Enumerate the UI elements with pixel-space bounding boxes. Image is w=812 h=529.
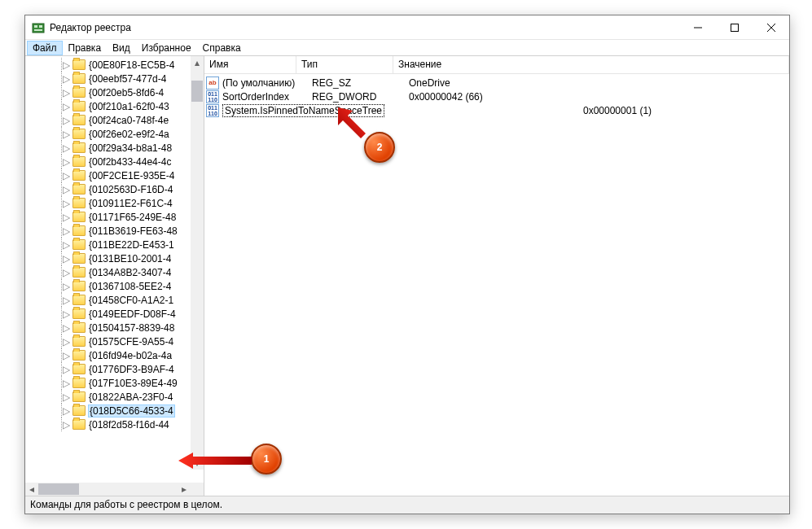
expand-icon[interactable]: ▷ <box>61 323 71 333</box>
expand-icon[interactable]: ▷ <box>61 60 71 70</box>
tree-item[interactable]: ▷{011BE22D-E453-1 <box>25 238 191 251</box>
expand-icon[interactable]: ▷ <box>61 185 71 195</box>
expand-icon[interactable]: ▷ <box>61 171 71 181</box>
expand-icon[interactable]: ▷ <box>61 74 71 84</box>
tree-item[interactable]: ▷{01776DF3-B9AF-4 <box>25 362 191 376</box>
column-value[interactable]: Значение <box>393 56 789 73</box>
tree-item[interactable]: ▷{01575CFE-9A55-4 <box>25 334 191 348</box>
tree-vertical-scrollbar[interactable]: ▴ ▾ <box>191 56 204 470</box>
tree-item-label: {00E80F18-EC5B-4 <box>89 59 174 71</box>
value-row[interactable]: 011110System.IsPinnedToNameSpaceTree0x00… <box>204 103 789 117</box>
tree-item[interactable]: ▷{018D5C66-4533-4 <box>25 404 191 418</box>
tree-item[interactable]: ▷{00f29a34-b8a1-48 <box>25 141 191 155</box>
scroll-up-icon[interactable]: ▴ <box>191 56 204 69</box>
tree-item[interactable]: ▷{00F2CE1E-935E-4 <box>25 168 191 182</box>
tree-item[interactable]: ▷{0134A8B2-3407-4 <box>25 265 191 279</box>
annotation-callout-1: 1 <box>251 444 282 474</box>
tree-item[interactable]: ▷{0149EEDF-D08F-4 <box>25 307 191 321</box>
titlebar[interactable]: Редактор реестра <box>25 15 789 40</box>
tree-item[interactable]: ▷{00f2b433-44e4-4c <box>25 155 191 168</box>
folder-icon <box>72 378 86 388</box>
menu-help[interactable]: Справка <box>197 41 247 55</box>
maximize-button[interactable] <box>716 15 753 39</box>
svg-rect-5 <box>731 24 738 31</box>
tree-body[interactable]: ▷{00E80F18-EC5B-4▷{00eebf57-477d-4▷{00f2… <box>25 56 204 483</box>
scroll-thumb[interactable] <box>191 81 203 102</box>
values-list[interactable]: ab(По умолчанию)REG_SZOneDrive011110Sort… <box>204 74 789 496</box>
tree-item[interactable]: ▷{0102563D-F16D-4 <box>25 182 191 196</box>
tree-item-label: {00F2CE1E-935E-4 <box>89 170 174 181</box>
expand-icon[interactable]: ▷ <box>61 420 71 430</box>
expand-icon[interactable]: ▷ <box>61 268 71 278</box>
svg-rect-0 <box>33 24 44 33</box>
column-name[interactable]: Имя <box>204 56 296 73</box>
tree-item[interactable]: ▷{01822ABA-23F0-4 <box>25 390 191 404</box>
folder-icon <box>72 308 86 319</box>
tree-item[interactable]: ▷{01458CF0-A1A2-1 <box>25 293 191 307</box>
tree-item[interactable]: ▷{016fd94e-b02a-4a <box>25 348 191 362</box>
value-name: SortOrderIndex <box>222 91 312 103</box>
expand-icon[interactable]: ▷ <box>61 102 71 111</box>
expand-icon[interactable]: ▷ <box>61 282 71 291</box>
annotation-arrow-1 <box>178 452 252 469</box>
expand-icon[interactable]: ▷ <box>61 378 71 388</box>
tree-item-label: {01367108-5EE2-4 <box>89 281 171 292</box>
expand-icon[interactable]: ▷ <box>61 199 71 208</box>
folder-icon <box>72 253 86 264</box>
expand-icon[interactable]: ▷ <box>61 295 71 305</box>
tree-item[interactable]: ▷{01504157-8839-48 <box>25 321 191 334</box>
folder-icon <box>72 115 86 125</box>
tree-item[interactable]: ▷{00eebf57-477d-4 <box>25 72 191 85</box>
expand-icon[interactable]: ▷ <box>61 406 71 416</box>
menubar: Файл Правка Вид Избранное Справка <box>25 40 789 56</box>
tree-horizontal-scrollbar[interactable]: ◂ ▸ <box>25 483 204 496</box>
expand-icon[interactable]: ▷ <box>61 351 71 361</box>
expand-icon[interactable]: ▷ <box>61 116 71 125</box>
tree-item[interactable]: ▷{00E80F18-EC5B-4 <box>25 58 191 72</box>
folder-icon <box>72 295 86 305</box>
tree-item-label: {01776DF3-B9AF-4 <box>89 364 174 375</box>
tree-item[interactable]: ▷{00f24ca0-748f-4e <box>25 113 191 127</box>
menu-file[interactable]: Файл <box>27 41 63 55</box>
folder-icon <box>72 156 86 167</box>
minimize-button[interactable] <box>679 15 716 39</box>
tree-item[interactable]: ▷{011B3619-FE63-48 <box>25 224 191 238</box>
values-header[interactable]: Имя Тип Значение <box>204 56 789 74</box>
scroll-right-icon[interactable]: ▸ <box>178 483 191 496</box>
expand-icon[interactable]: ▷ <box>61 129 71 139</box>
tree-item[interactable]: ▷{0131BE10-2001-4 <box>25 251 191 265</box>
tree-item-label: {00eebf57-477d-4 <box>89 73 166 85</box>
tree-item[interactable]: ▷{018f2d58-f16d-44 <box>25 418 191 431</box>
expand-icon[interactable]: ▷ <box>61 309 71 319</box>
folder-icon <box>72 198 86 208</box>
expand-icon[interactable]: ▷ <box>61 212 71 222</box>
expand-icon[interactable]: ▷ <box>61 337 71 347</box>
scroll-left-icon[interactable]: ◂ <box>25 483 38 496</box>
expand-icon[interactable]: ▷ <box>61 254 71 264</box>
folder-icon <box>72 101 86 111</box>
expand-icon[interactable]: ▷ <box>61 392 71 402</box>
value-row[interactable]: 011110SortOrderIndexREG_DWORD0x00000042 … <box>204 90 789 103</box>
tree-item[interactable]: ▷{00f26e02-e9f2-4a <box>25 127 191 141</box>
hscroll-thumb[interactable] <box>38 483 79 495</box>
expand-icon[interactable]: ▷ <box>61 365 71 374</box>
column-type[interactable]: Тип <box>296 56 393 73</box>
expand-icon[interactable]: ▷ <box>61 157 71 167</box>
expand-icon[interactable]: ▷ <box>61 143 71 153</box>
tree-item[interactable]: ▷{00f210a1-62f0-43 <box>25 99 191 113</box>
scroll-corner <box>191 483 204 496</box>
menu-view[interactable]: Вид <box>107 41 136 55</box>
menu-favorites[interactable]: Избранное <box>136 41 197 55</box>
tree-item[interactable]: ▷{010911E2-F61C-4 <box>25 196 191 210</box>
expand-icon[interactable]: ▷ <box>61 240 71 250</box>
tree-item[interactable]: ▷{01367108-5EE2-4 <box>25 279 191 293</box>
menu-edit[interactable]: Правка <box>63 41 108 55</box>
value-row[interactable]: ab(По умолчанию)REG_SZOneDrive <box>204 76 789 90</box>
tree-item[interactable]: ▷{01171F65-249E-48 <box>25 210 191 224</box>
expand-icon[interactable]: ▷ <box>61 226 71 236</box>
tree-item[interactable]: ▷{00f20eb5-8fd6-4 <box>25 85 191 99</box>
tree-item[interactable]: ▷{017F10E3-89E4-49 <box>25 376 191 390</box>
close-button[interactable] <box>753 15 789 39</box>
tree-item-label: {0134A8B2-3407-4 <box>89 267 171 278</box>
expand-icon[interactable]: ▷ <box>61 88 71 98</box>
